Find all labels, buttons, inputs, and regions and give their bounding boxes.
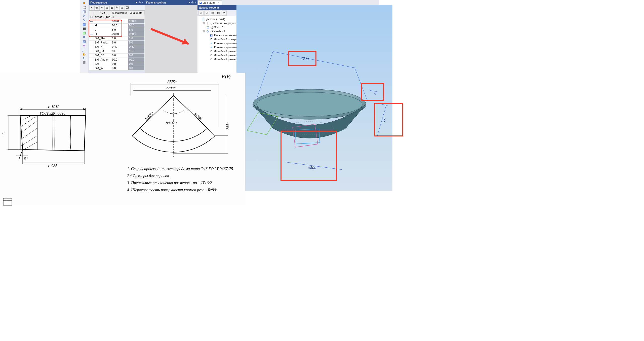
array-icon[interactable]: ⋮⋮ bbox=[80, 48, 88, 52]
variable-row[interactable]: SM_W3.03.0 bbox=[89, 66, 145, 71]
tab-close-icon[interactable]: × bbox=[218, 1, 219, 4]
file-tab-label: Обечайка bbox=[203, 1, 215, 4]
panel-close-icon[interactable]: × bbox=[194, 0, 196, 5]
model-viewport[interactable]: ⌀200 8 50 ⌀100 bbox=[236, 5, 392, 191]
svg-line-22 bbox=[21, 117, 35, 127]
variable-row[interactable]: SM_BA10.010.0 bbox=[89, 49, 145, 54]
vertical-toolbar: ■ ⬚ ◫ A ↘ ▦ ▤ ▤ ✕ ▨ ⁜ ⋮⋮ ◐ ↻ ☰ bbox=[80, 0, 89, 74]
fx-button[interactable]: fx bbox=[94, 6, 99, 10]
curve-icon: ≋ bbox=[209, 45, 213, 49]
variable-row[interactable]: SM_Angle90.090.0 bbox=[89, 58, 145, 62]
svg-text:R1789: R1789 bbox=[193, 112, 203, 121]
pattern-icon[interactable]: ⁜ bbox=[80, 43, 88, 47]
selection-icon[interactable]: ⬚ bbox=[80, 5, 88, 9]
svg-line-51 bbox=[132, 95, 174, 136]
svg-line-37 bbox=[19, 150, 23, 160]
file-tab[interactable]: ◪ Обечайка × bbox=[197, 0, 222, 5]
axis-icon[interactable]: ✕ bbox=[80, 35, 88, 39]
part-icon: 📄 bbox=[202, 17, 206, 21]
svg-line-21 bbox=[21, 116, 31, 121]
title-block-fragment bbox=[3, 198, 12, 206]
edit-icon[interactable]: ▤ bbox=[80, 31, 88, 35]
svg-text:864*: 864* bbox=[226, 122, 230, 129]
svg-text:R1835*: R1835* bbox=[144, 111, 155, 121]
note-line: 4. Шероховатость поверхности кромок реза… bbox=[127, 187, 243, 193]
tree-tool-button[interactable]: ⌑ bbox=[204, 11, 209, 16]
toolbar-button[interactable]: ⌫ bbox=[125, 6, 129, 10]
toolbar-button[interactable]: ▤ bbox=[119, 6, 124, 10]
variables-grid-header: Имя Выражение Значение bbox=[89, 11, 145, 15]
sketch-icon[interactable]: ◫ bbox=[80, 9, 88, 13]
highlight-box-variables bbox=[89, 20, 122, 37]
panel-dock-icon[interactable]: ✇ bbox=[139, 0, 141, 5]
variables-root-row[interactable]: ⊟ Деталь (Тел-1) bbox=[89, 15, 145, 19]
svg-line-26 bbox=[24, 142, 37, 150]
col-value[interactable]: Значение bbox=[128, 11, 145, 15]
variable-row[interactable]: SM_K0.400.40 bbox=[89, 45, 145, 49]
panel-title: Панель свойств bbox=[146, 0, 167, 5]
more-icon[interactable]: ☰ bbox=[80, 61, 88, 65]
svg-point-3 bbox=[257, 92, 362, 116]
measure-icon[interactable]: ↘ bbox=[80, 18, 88, 22]
dimension-icon: ⊓ bbox=[209, 37, 213, 41]
properties-panel-header[interactable]: Панель свойств ▼ ✇ × bbox=[145, 0, 197, 5]
scale-icon[interactable]: ▨ bbox=[80, 39, 88, 43]
svg-text:2708*: 2708* bbox=[166, 86, 176, 90]
feature-icon: ◔ bbox=[206, 29, 210, 33]
svg-line-24 bbox=[21, 128, 37, 139]
file-tabs: ◪ Обечайка × bbox=[197, 0, 379, 5]
panel-pin-icon[interactable]: ▼ bbox=[188, 0, 190, 5]
properties-body bbox=[145, 5, 197, 74]
properties-panel: Панель свойств ▼ ✇ × bbox=[145, 0, 197, 74]
panel-title: Дерево модели bbox=[199, 5, 219, 10]
text-icon[interactable]: A bbox=[80, 14, 88, 18]
panel-close-icon[interactable]: × bbox=[142, 0, 143, 5]
tree-tool-button[interactable]: ▾ bbox=[222, 11, 227, 16]
plane-icon: ◧ bbox=[209, 33, 213, 37]
toolbar-button[interactable]: ✕ bbox=[89, 6, 94, 10]
svg-text:ГОСТ 5264-80 c5: ГОСТ 5264-80 c5 bbox=[39, 112, 65, 115]
panel-pin-icon[interactable]: ▼ bbox=[135, 0, 138, 5]
revolve-icon[interactable]: ↻ bbox=[80, 56, 88, 60]
mirror-icon[interactable]: ◐ bbox=[80, 52, 88, 56]
note-line: 3. Предельные отклонения размеров - по ±… bbox=[127, 180, 243, 186]
variable-row[interactable]: SM_Radi...5.05.0 bbox=[89, 41, 145, 45]
svg-text:⌀ 1010: ⌀ 1010 bbox=[48, 105, 59, 109]
tree-tool-button[interactable]: ⎋ bbox=[198, 11, 204, 16]
svg-line-23 bbox=[21, 121, 37, 133]
toolbar-button[interactable]: ✎ bbox=[114, 6, 119, 10]
pi-button[interactable]: π bbox=[99, 6, 104, 10]
variables-panel-header[interactable]: Переменные ▼ ✇ × bbox=[89, 0, 145, 5]
note-line: 1. Сварку производить электродами типа Э… bbox=[127, 166, 243, 172]
svg-line-6 bbox=[257, 52, 273, 99]
svg-text:2775*: 2775* bbox=[167, 80, 177, 84]
highlight-box-height bbox=[374, 103, 403, 136]
note-line: 2.* Размеры для справок. bbox=[127, 173, 243, 179]
tree-tool-button[interactable]: ▤ bbox=[210, 11, 215, 16]
col-expr[interactable]: Выражение bbox=[111, 11, 128, 15]
svg-text:44: 44 bbox=[1, 131, 5, 135]
highlight-box-thickness bbox=[361, 83, 384, 101]
col-name[interactable]: Имя bbox=[94, 11, 111, 15]
toolbar-button[interactable]: ▦ bbox=[109, 6, 114, 10]
toolbar-button[interactable]: ▤ bbox=[104, 6, 109, 10]
dimension-icon: ⊓ bbox=[209, 54, 213, 57]
grid-icon[interactable]: ▦ bbox=[80, 22, 88, 26]
svg-text:98°39'*: 98°39'* bbox=[166, 121, 177, 125]
dimension-icon: ⊓ bbox=[209, 58, 213, 61]
dimension-icon: ⊓ bbox=[209, 50, 213, 53]
panel-title: Переменные bbox=[90, 0, 107, 5]
list-icon[interactable]: ▤ bbox=[80, 26, 88, 30]
curve-icon: ≋ bbox=[209, 41, 213, 45]
svg-text:8*: 8* bbox=[24, 157, 28, 161]
variable-row[interactable]: SM_BD0.00.0 bbox=[89, 54, 145, 58]
file-icon: ◪ bbox=[199, 1, 202, 4]
origin-icon: ⌊ bbox=[206, 21, 210, 25]
tool-icon[interactable]: ■ bbox=[80, 1, 88, 5]
highlight-box-diameter-d bbox=[280, 131, 337, 181]
panel-dock-icon[interactable]: ✇ bbox=[191, 0, 193, 5]
tree-tool-button[interactable]: ▤ bbox=[216, 11, 221, 16]
svg-rect-61 bbox=[3, 198, 12, 205]
svg-text:∇ (∇): ∇ (∇) bbox=[221, 74, 231, 79]
variable-row[interactable]: SM_H0.00.0 bbox=[89, 62, 145, 66]
